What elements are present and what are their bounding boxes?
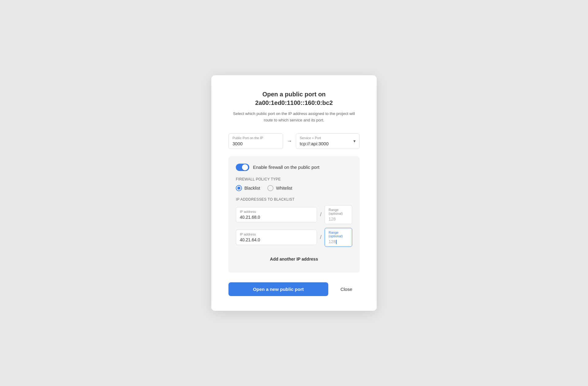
arrow-icon: → [287, 138, 292, 144]
slash-divider-1: / [320, 211, 322, 218]
range-label-1: Range (optional) [329, 208, 348, 215]
toggle-track [236, 164, 249, 171]
ip-address-label-1: IP address [240, 210, 313, 213]
ip-address-field-2[interactable]: IP address 40.21.64.0 [236, 230, 317, 245]
firewall-section: Enable firewall on the public port Firew… [228, 156, 360, 273]
service-port-field[interactable]: Service + Port tcp://:api:3000 ▾ [296, 133, 360, 149]
modal-header: Open a public port on 2a00:1ed0:1100::16… [228, 90, 360, 124]
firewall-toggle[interactable] [236, 164, 249, 171]
modal-title-line1: Open a public port on [262, 91, 326, 98]
modal-container: Open a public port on 2a00:1ed0:1100::16… [211, 75, 377, 311]
toggle-thumb [242, 164, 248, 170]
ip-address-label-2: IP address [240, 232, 313, 236]
select-dropdown-icon: ▾ [353, 139, 356, 143]
modal-title: Open a public port on 2a00:1ed0:1100::16… [228, 90, 360, 107]
ip-row-1: IP address 40.21.68.0 / Range (optional)… [236, 205, 352, 224]
open-public-port-button[interactable]: Open a new public port [228, 282, 328, 296]
public-port-field[interactable]: Public Port on the IP 3000 [228, 133, 283, 149]
public-port-label: Public Port on the IP [232, 136, 279, 140]
ip-address-value-1: 40.21.68.0 [240, 215, 313, 220]
range-value-2: 128 [329, 239, 348, 244]
radio-whitelist-circle [267, 185, 273, 191]
radio-blacklist-label: Blacklist [244, 186, 260, 191]
public-port-value: 3000 [232, 141, 279, 146]
ip-address-field-1[interactable]: IP address 40.21.68.0 [236, 207, 317, 222]
firewall-toggle-label: Enable firewall on the public port [253, 165, 319, 170]
range-field-1[interactable]: Range (optional) 128 [325, 205, 352, 224]
firewall-toggle-row: Enable firewall on the public port [236, 164, 352, 171]
radio-whitelist[interactable]: Whitelist [267, 185, 292, 191]
radio-blacklist-inner [237, 187, 240, 190]
range-value-1: 128 [329, 217, 348, 221]
radio-blacklist[interactable]: Blacklist [236, 185, 260, 191]
radio-group: Blacklist Whitelist [236, 185, 352, 191]
slash-divider-2: / [320, 234, 322, 240]
modal-title-line2: 2a00:1ed0:1100::160:0:bc2 [255, 99, 333, 106]
range-label-2: Range (optional) [329, 231, 348, 238]
range-field-2[interactable]: Range (optional) 128 [325, 228, 352, 247]
firewall-policy-label: Firewall Policy type [236, 177, 352, 181]
service-port-label: Service + Port [300, 136, 353, 140]
radio-blacklist-circle [236, 185, 242, 191]
port-mapping-row: Public Port on the IP 3000 → Service + P… [228, 133, 360, 149]
footer-buttons: Open a new public port Close [228, 282, 360, 296]
ip-section-label: IP adddresses to BLACKLIST [236, 197, 352, 202]
add-ip-button[interactable]: Add another IP address [236, 253, 352, 265]
radio-whitelist-label: Whitelist [276, 186, 292, 191]
modal-subtitle: Select which public port on the IP addre… [228, 111, 360, 124]
close-button[interactable]: Close [333, 282, 360, 296]
service-port-value: tcp://:api:3000 [300, 141, 353, 146]
ip-row-2: IP address 40.21.64.0 / Range (optional)… [236, 228, 352, 247]
ip-address-value-2: 40.21.64.0 [240, 237, 313, 242]
